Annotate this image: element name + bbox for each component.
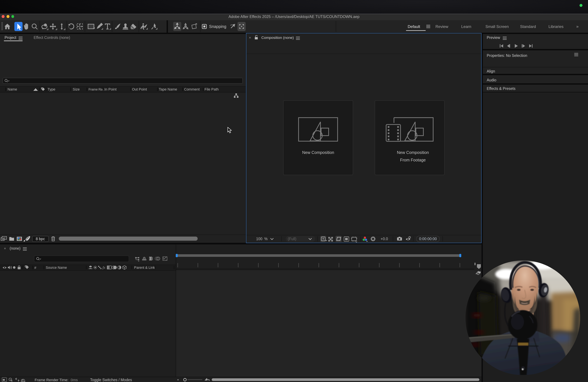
svg-text:fx: fx: [103, 266, 105, 270]
svg-text:Small Screen: Small Screen: [485, 24, 509, 29]
svg-text:»: »: [576, 24, 579, 29]
svg-text:Review: Review: [436, 24, 448, 29]
svg-text:0:00:00:00: 0:00:00:00: [419, 237, 437, 241]
svg-text:Source Name: Source Name: [46, 266, 67, 269]
svg-text:0ms: 0ms: [71, 378, 78, 382]
svg-text:Standard: Standard: [520, 24, 536, 29]
svg-text:+0.0: +0.0: [380, 237, 388, 241]
svg-text:Default: Default: [408, 24, 420, 29]
svg-text:8 bpc: 8 bpc: [36, 237, 45, 241]
svg-text:New Composition: New Composition: [302, 150, 334, 155]
svg-text:Libraries: Libraries: [548, 24, 564, 29]
svg-text:Toggle Switches / Modes: Toggle Switches / Modes: [90, 378, 132, 382]
svg-text:Learn: Learn: [461, 24, 471, 29]
svg-text:Snapping: Snapping: [209, 24, 226, 29]
svg-text:From Footage: From Footage: [400, 157, 426, 162]
svg-text:%: %: [264, 237, 268, 241]
svg-text:Parent & Link: Parent & Link: [134, 266, 155, 269]
svg-text:100: 100: [256, 237, 262, 241]
svg-text:#: #: [34, 266, 36, 270]
svg-text:New Composition: New Composition: [397, 150, 429, 155]
svg-text:Frame Render Time:: Frame Render Time:: [35, 378, 68, 382]
